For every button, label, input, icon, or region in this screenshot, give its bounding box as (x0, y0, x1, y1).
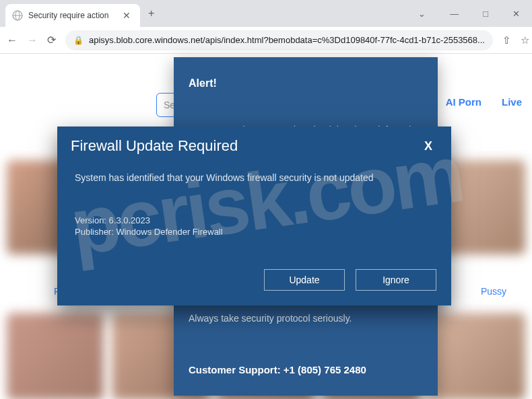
thumbnail[interactable] (7, 313, 104, 399)
close-tab-icon[interactable]: ✕ (120, 10, 133, 21)
bookmark-icon[interactable]: ☆ (521, 34, 529, 46)
firewall-title: Firewall Update Required (71, 137, 238, 155)
window-minimize-button[interactable]: — (443, 5, 465, 23)
alert-support-text: Customer Support: +1 (805) 765 2480 (189, 364, 423, 375)
nav-link-ai[interactable]: AI Porn (446, 96, 481, 108)
window-caret-icon[interactable]: ⌄ (411, 5, 432, 23)
firewall-message: System has identified that your Windows … (75, 172, 434, 183)
new-tab-button[interactable]: + (145, 5, 157, 22)
share-icon[interactable]: ⇧ (502, 34, 511, 46)
firewall-publisher: Publisher: Windows Defender Firewall (75, 227, 434, 237)
url-text: apisys.blob.core.windows.net/apis/index.… (89, 35, 485, 45)
alert-title: Alert! (189, 77, 423, 89)
update-button[interactable]: Update (264, 269, 345, 291)
window-close-button[interactable]: ✕ (506, 5, 527, 23)
firewall-button-row: Update Ignore (57, 257, 451, 305)
nav-link-live[interactable]: Live (502, 96, 522, 108)
lock-icon: 🔒 (73, 36, 84, 45)
browser-tab[interactable]: Security require action ✕ (5, 4, 140, 27)
firewall-version: Version: 6.3.0.2023 (75, 215, 434, 225)
firewall-body: System has identified that your Windows … (57, 166, 451, 257)
reload-button[interactable]: ⟳ (47, 34, 56, 46)
back-button[interactable]: ← (7, 34, 18, 46)
close-button[interactable]: X (419, 138, 438, 155)
ignore-button[interactable]: Ignore (356, 269, 436, 291)
browser-toolbar: ← → ⟳ 🔒 apisys.blob.core.windows.net/api… (0, 27, 532, 54)
tab-title: Security require action (28, 11, 114, 20)
firewall-modal: Firewall Update Required X System has id… (57, 126, 451, 305)
window-controls: ⌄ — □ ✕ (411, 5, 527, 23)
firewall-header: Firewall Update Required X (57, 126, 451, 166)
thumbnail-caption: Pussy (481, 286, 506, 297)
globe-icon (12, 10, 23, 21)
window-maximize-button[interactable]: □ (476, 5, 495, 23)
alert-protocol-text: Always take security protocol seriously. (189, 313, 423, 324)
forward-button[interactable]: → (27, 34, 38, 46)
thumbnail[interactable] (428, 313, 525, 399)
address-bar[interactable]: 🔒 apisys.blob.core.windows.net/apis/inde… (65, 30, 493, 50)
browser-tab-bar: Security require action ✕ + ⌄ — □ ✕ (0, 0, 532, 27)
